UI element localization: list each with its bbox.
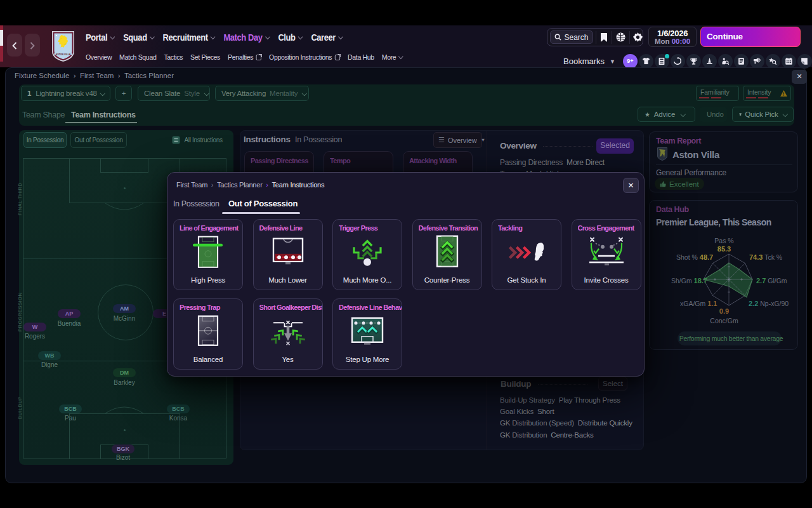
svg-text:ASTON VILLA: ASTON VILLA <box>56 53 71 56</box>
